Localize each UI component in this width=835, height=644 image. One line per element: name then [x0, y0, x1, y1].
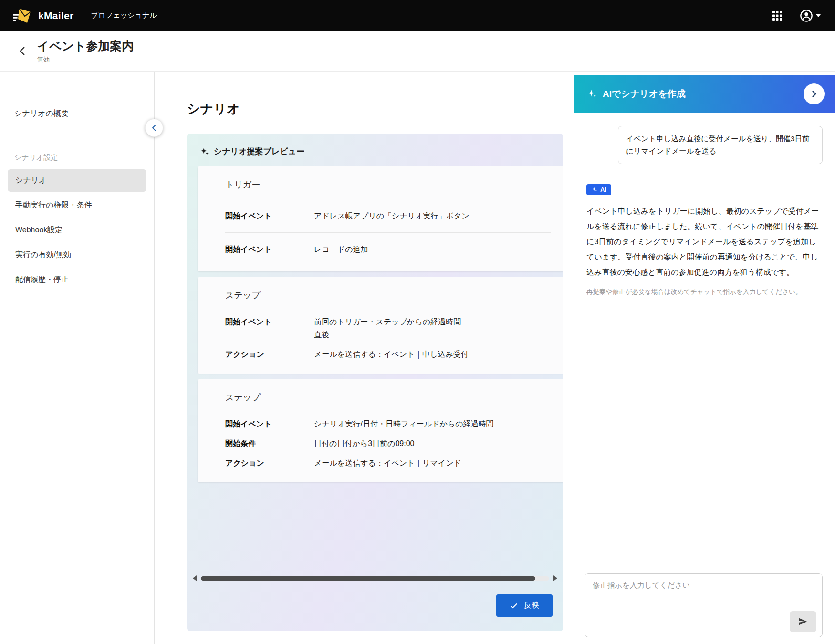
ai-panel-title: AIでシナリオを作成: [603, 88, 686, 100]
row-label: 開始イベント: [225, 243, 314, 256]
row-label: 開始イベント: [225, 209, 314, 222]
sidebar-item-manual-permission[interactable]: 手動実行の権限・条件: [8, 194, 146, 217]
chat-input[interactable]: [585, 574, 822, 637]
plan-label: プロフェッショナル: [91, 11, 157, 20]
panel-heading: ステップ: [198, 277, 563, 309]
scroll-left-button[interactable]: [191, 574, 198, 582]
row-value: 前回のトリガー・ステップからの経過時間 直後: [314, 315, 461, 341]
scenario-preview-card: シナリオ提案プレビュー トリガー 開始イベント アドレス帳アプリの「シナリオ実行…: [187, 134, 563, 631]
chevron-right-icon: [809, 89, 819, 99]
check-icon: [510, 602, 518, 610]
panel-rows: 開始イベント シナリオ実行/日付・日時フィールドからの経過時間 開始条件 日付の…: [198, 411, 563, 482]
sidebar-item-scenario[interactable]: シナリオ: [8, 169, 146, 192]
panel-row: 開始条件 日付の日付から3日前の09:00: [225, 434, 551, 453]
row-value: 日付の日付から3日前の09:00: [314, 437, 414, 450]
send-icon: [798, 616, 808, 627]
panel-heading: トリガー: [198, 166, 563, 198]
arrow-left-icon: [193, 575, 197, 581]
row-label: 開始条件: [225, 437, 314, 450]
panel-row: 開始イベント レコードの追加: [225, 232, 551, 266]
preview-panel-trigger: トリガー 開始イベント アドレス帳アプリの「シナリオ実行」ボタン 開始イベント …: [198, 166, 563, 271]
apps-grid-icon: [772, 10, 783, 21]
page-title: イベント参加案内: [37, 38, 134, 54]
sidebar-item-overview[interactable]: シナリオの概要: [0, 103, 154, 125]
panel-rows: 開始イベント 前回のトリガー・ステップからの経過時間 直後 アクション メールを…: [198, 309, 563, 374]
arrow-right-icon: [553, 575, 557, 581]
chat-input-container: [584, 573, 823, 637]
row-value: メールを送信する：イベント｜リマインド: [314, 457, 461, 469]
panel-row: アクション メールを送信する：イベント｜申し込み受付: [225, 344, 551, 364]
account-menu-button[interactable]: [798, 7, 823, 24]
preview-card-title: シナリオ提案プレビュー: [214, 146, 304, 157]
row-value: メールを送信する：イベント｜申し込み受付: [314, 348, 469, 361]
apps-menu-button[interactable]: [770, 9, 784, 23]
ai-panel-toggle-button[interactable]: [804, 83, 825, 104]
sparkle-icon: [586, 89, 597, 99]
panel-heading: ステップ: [198, 379, 563, 411]
ai-note-text: 再提案や修正が必要な場合は改めてチャットで指示を入力してください。: [586, 287, 823, 297]
panel-row: 開始イベント シナリオ実行/日付・日時フィールドからの経過時間: [225, 414, 551, 434]
sidebar-section-label: シナリオ設定: [0, 148, 154, 167]
sparkle-icon: [199, 147, 209, 156]
preview-panel-step-2: ステップ 開始イベント シナリオ実行/日付・日時フィールドからの経過時間 開始条…: [198, 379, 563, 482]
preview-card-header: シナリオ提案プレビュー: [187, 134, 563, 166]
sidebar-item-history[interactable]: 配信履歴・停止: [8, 269, 146, 291]
panel-row: 開始イベント アドレス帳アプリの「シナリオ実行」ボタン: [225, 199, 551, 232]
sidebar: シナリオの概要 シナリオ設定 シナリオ 手動実行の権限・条件 Webhook設定…: [0, 72, 155, 644]
caret-down-icon: [816, 14, 821, 17]
topbar-actions: [770, 7, 823, 24]
row-label: アクション: [225, 457, 314, 469]
ai-badge: AI: [586, 184, 611, 195]
sidebar-item-webhook[interactable]: Webhook設定: [8, 219, 146, 241]
section-heading: シナリオ: [187, 100, 574, 117]
ai-response-text: イベント申し込みをトリガーに開始し、最初のステップで受付メールを送る流れに修正し…: [586, 204, 823, 280]
apply-button[interactable]: 反映: [496, 594, 553, 617]
row-label: 開始イベント: [225, 417, 314, 430]
row-label: アクション: [225, 348, 314, 361]
row-value: レコードの追加: [314, 243, 368, 256]
horizontal-scrollbar: [187, 574, 563, 582]
back-button[interactable]: [13, 42, 31, 60]
row-value: アドレス帳アプリの「シナリオ実行」ボタン: [314, 209, 470, 222]
account-icon: [800, 9, 813, 22]
preview-panel-step-1: ステップ 開始イベント 前回のトリガー・ステップからの経過時間 直後 アクション…: [198, 277, 563, 374]
scrollbar-track[interactable]: [201, 576, 549, 581]
user-message-bubble: イベント申し込み直後に受付メールを送り、開催3日前にリマインドメールを送る: [618, 126, 823, 164]
ai-badge-label: AI: [600, 186, 606, 193]
chevron-left-icon: [150, 124, 158, 132]
chevron-left-icon: [16, 45, 29, 57]
content-area: シナリオの概要 シナリオ設定 シナリオ 手動実行の権限・条件 Webhook設定…: [0, 72, 835, 644]
status-badge: 無効: [37, 55, 134, 64]
send-button[interactable]: [790, 611, 816, 632]
scroll-right-button[interactable]: [552, 574, 559, 582]
ai-panel-header: AIでシナリオを作成: [574, 75, 835, 113]
sidebar-item-enable[interactable]: 実行の有効/無効: [8, 244, 146, 266]
page-header: イベント参加案内 無効: [0, 31, 835, 72]
apply-button-label: 反映: [524, 601, 539, 611]
logo-icon: [12, 8, 31, 24]
brand-name: kMailer: [38, 10, 73, 21]
topbar: kMailer プロフェッショナル: [0, 0, 835, 31]
ai-assistant-panel: AIでシナリオを作成 イベント申し込み直後に受付メールを送り、開催3日前にリマイ…: [574, 72, 835, 644]
main-content: シナリオ シナリオ提案プレビュー トリガー 開始イベント アドレス帳アプリの「シ…: [155, 72, 574, 644]
panel-rows: 開始イベント アドレス帳アプリの「シナリオ実行」ボタン 開始イベント レコードの…: [198, 198, 563, 271]
row-value: シナリオ実行/日付・日時フィールドからの経過時間: [314, 417, 494, 430]
sparkle-icon: [591, 187, 597, 193]
panel-row: 開始イベント 前回のトリガー・ステップからの経過時間 直後: [225, 312, 551, 344]
preview-card-footer: 反映: [187, 582, 563, 631]
sidebar-collapse-button[interactable]: [145, 119, 163, 137]
title-block: イベント参加案内 無効: [37, 38, 134, 64]
panel-row: アクション メールを送信する：イベント｜リマインド: [225, 453, 551, 473]
row-label: 開始イベント: [225, 315, 314, 328]
scrollbar-thumb[interactable]: [201, 576, 535, 581]
